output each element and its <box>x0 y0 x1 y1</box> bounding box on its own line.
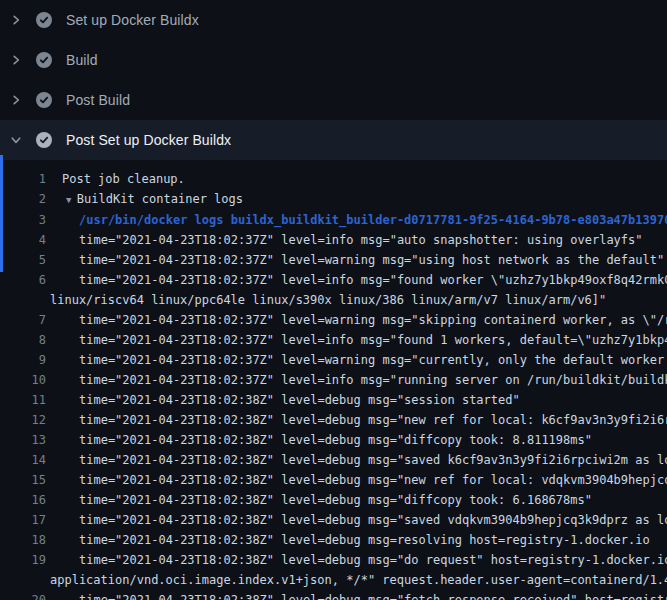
log-rows: 1 Post job cleanup. 2 ▼ BuildKit contain… <box>0 169 667 600</box>
log-line-text: linux/riscv64 linux/ppc64le linux/s390x … <box>50 290 606 310</box>
log-line-number[interactable]: 3 <box>0 210 46 230</box>
log-line: 16 time="2021-04-23T18:02:38Z" level=deb… <box>0 490 667 510</box>
log-line-number[interactable]: 19 <box>0 550 46 570</box>
log-line-text: time="2021-04-23T18:02:38Z" level=debug … <box>79 470 667 490</box>
step-list: Set up Docker Buildx Build Post Build <box>0 0 667 160</box>
log-line-text: time="2021-04-23T18:02:38Z" level=debug … <box>79 590 667 600</box>
log-line-number[interactable]: 20 <box>0 590 46 600</box>
log-line: 4 time="2021-04-23T18:02:37Z" level=info… <box>0 230 667 250</box>
log-line-text: time="2021-04-23T18:02:37Z" level=warnin… <box>79 310 667 330</box>
log-line-number[interactable]: 9 <box>0 350 46 370</box>
log-output: 1 Post job cleanup. 2 ▼ BuildKit contain… <box>0 160 667 600</box>
log-line-text: time="2021-04-23T18:02:38Z" level=debug … <box>79 430 592 450</box>
log-line: 2 ▼ BuildKit container logs <box>0 189 667 210</box>
log-line-number[interactable]: 15 <box>0 470 46 490</box>
log-line-number[interactable]: 13 <box>0 430 46 450</box>
log-line: 18 time="2021-04-23T18:02:38Z" level=deb… <box>0 530 667 550</box>
log-line: 20 time="2021-04-23T18:02:38Z" level=deb… <box>0 590 667 600</box>
log-line-text: time="2021-04-23T18:02:37Z" level=warnin… <box>79 350 667 370</box>
log-line: 15 time="2021-04-23T18:02:38Z" level=deb… <box>0 470 667 490</box>
log-line-text: ▼ BuildKit container logs <box>66 189 243 210</box>
log-line-number[interactable]: 10 <box>0 370 46 390</box>
log-line: 8 time="2021-04-23T18:02:37Z" level=info… <box>0 330 667 350</box>
log-line-number[interactable]: 1 <box>0 169 46 189</box>
step-header-post-build[interactable]: Post Build <box>0 80 667 120</box>
log-line-number[interactable] <box>0 290 46 310</box>
log-line: 6 time="2021-04-23T18:02:37Z" level=info… <box>0 270 667 290</box>
log-line: 11 time="2021-04-23T18:02:38Z" level=deb… <box>0 390 667 410</box>
log-line-number[interactable]: 8 <box>0 330 46 350</box>
log-line-number[interactable]: 6 <box>0 270 46 290</box>
log-line: 13 time="2021-04-23T18:02:38Z" level=deb… <box>0 430 667 450</box>
log-line: 14 time="2021-04-23T18:02:38Z" level=deb… <box>0 450 667 470</box>
log-line-text: time="2021-04-23T18:02:38Z" level=debug … <box>79 450 667 470</box>
chevron-right-icon <box>9 53 23 67</box>
log-line-text: time="2021-04-23T18:02:38Z" level=debug … <box>79 550 667 570</box>
log-line-number[interactable]: 16 <box>0 490 46 510</box>
step-header-set-up-docker-buildx[interactable]: Set up Docker Buildx <box>0 0 667 40</box>
log-line: 7 time="2021-04-23T18:02:37Z" level=warn… <box>0 310 667 330</box>
log-line-text: time="2021-04-23T18:02:37Z" level=info m… <box>79 330 667 350</box>
log-command-text: /usr/bin/docker logs buildx_buildkit_bui… <box>79 210 667 230</box>
log-group-label: BuildKit container logs <box>77 192 243 206</box>
log-line-text: time="2021-04-23T18:02:38Z" level=debug … <box>79 530 650 550</box>
log-line-number[interactable]: 17 <box>0 510 46 530</box>
log-line-number[interactable]: 11 <box>0 390 46 410</box>
check-circle-icon <box>36 92 52 108</box>
log-line: linux/riscv64 linux/ppc64le linux/s390x … <box>0 290 667 310</box>
step-header-post-set-up-docker-buildx[interactable]: Post Set up Docker Buildx <box>0 120 667 160</box>
step-title: Set up Docker Buildx <box>66 12 199 28</box>
chevron-right-icon <box>9 93 23 107</box>
check-circle-icon <box>36 132 52 148</box>
log-line-text: time="2021-04-23T18:02:37Z" level=warnin… <box>79 250 664 270</box>
collapse-group-icon[interactable]: ▼ <box>66 195 77 205</box>
log-line: 9 time="2021-04-23T18:02:37Z" level=warn… <box>0 350 667 370</box>
log-line: 3 /usr/bin/docker logs buildx_buildkit_b… <box>0 210 667 230</box>
log-line-number[interactable]: 14 <box>0 450 46 470</box>
step-title: Build <box>66 52 98 68</box>
log-line: 12 time="2021-04-23T18:02:38Z" level=deb… <box>0 410 667 430</box>
step-title: Post Set up Docker Buildx <box>66 132 231 148</box>
log-line-number[interactable]: 4 <box>0 230 46 250</box>
log-line: 17 time="2021-04-23T18:02:38Z" level=deb… <box>0 510 667 530</box>
log-line: 1 Post job cleanup. <box>0 169 667 189</box>
check-circle-icon <box>36 52 52 68</box>
log-line-text: time="2021-04-23T18:02:37Z" level=info m… <box>79 230 643 250</box>
log-line-number[interactable]: 2 <box>0 189 46 210</box>
log-line-number[interactable]: 12 <box>0 410 46 430</box>
log-line-number[interactable]: 5 <box>0 250 46 270</box>
log-line-text: time="2021-04-23T18:02:38Z" level=debug … <box>79 490 592 510</box>
actions-log-viewer: Set up Docker Buildx Build Post Build <box>0 0 667 600</box>
active-step-focus-border <box>0 155 3 272</box>
log-line-text: time="2021-04-23T18:02:38Z" level=debug … <box>79 390 520 410</box>
step-title: Post Build <box>66 92 130 108</box>
log-line: 19 time="2021-04-23T18:02:38Z" level=deb… <box>0 550 667 570</box>
log-line-text: Post job cleanup. <box>62 169 185 189</box>
log-line: 10 time="2021-04-23T18:02:37Z" level=inf… <box>0 370 667 390</box>
log-line-text: application/vnd.oci.image.index.v1+json,… <box>50 570 667 590</box>
check-circle-icon <box>36 12 52 28</box>
log-line: 5 time="2021-04-23T18:02:37Z" level=warn… <box>0 250 667 270</box>
log-line-number[interactable] <box>0 570 46 590</box>
log-line-number[interactable]: 7 <box>0 310 46 330</box>
log-line-text: time="2021-04-23T18:02:38Z" level=debug … <box>79 410 667 430</box>
log-line-text: time="2021-04-23T18:02:37Z" level=info m… <box>79 270 667 290</box>
log-line-text: time="2021-04-23T18:02:38Z" level=debug … <box>79 510 667 530</box>
log-line-text: time="2021-04-23T18:02:37Z" level=info m… <box>79 370 667 390</box>
chevron-down-icon <box>9 133 23 147</box>
log-line-number[interactable]: 18 <box>0 530 46 550</box>
step-header-build[interactable]: Build <box>0 40 667 80</box>
log-line: application/vnd.oci.image.index.v1+json,… <box>0 570 667 590</box>
chevron-right-icon <box>9 13 23 27</box>
